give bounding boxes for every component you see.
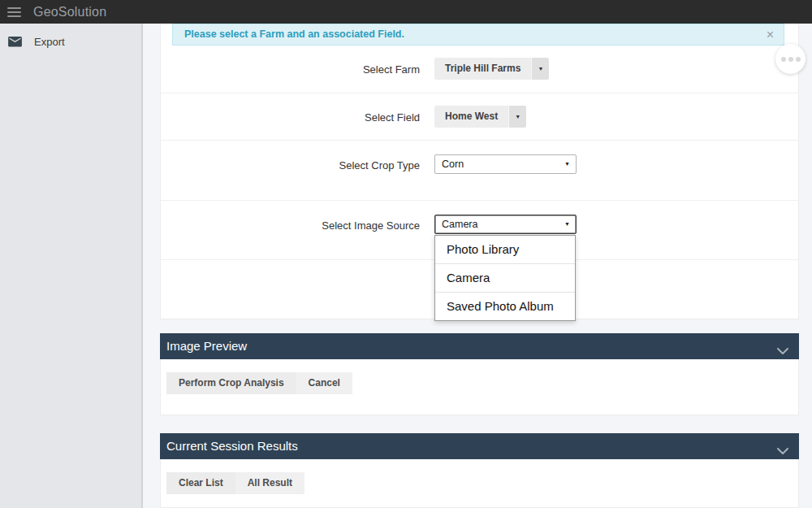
select-farm-label: Select Farm bbox=[160, 63, 420, 76]
cancel-button[interactable]: Cancel bbox=[296, 372, 352, 394]
option-saved-photo-album[interactable]: Saved Photo Album bbox=[435, 292, 575, 320]
image-source-caret-icon: ▼ bbox=[564, 215, 570, 233]
hamburger-menu-icon[interactable] bbox=[7, 7, 21, 17]
sidebar-item-export-label: Export bbox=[34, 36, 65, 48]
field-caret-icon[interactable]: ▼ bbox=[508, 106, 526, 128]
more-options-button[interactable] bbox=[775, 44, 806, 74]
farm-dropdown-button[interactable]: Triple Hill Farms ▼ bbox=[434, 58, 549, 80]
info-alert: Please select a Farm and an associated F… bbox=[172, 24, 784, 46]
alert-close-icon[interactable]: × bbox=[767, 24, 774, 45]
sidebar: Export bbox=[0, 24, 143, 508]
perform-crop-analysis-button[interactable]: Perform Crop Analysis bbox=[166, 372, 296, 394]
sidebar-item-export[interactable]: Export bbox=[0, 24, 141, 53]
field-dropdown-button[interactable]: Home West ▼ bbox=[434, 106, 526, 128]
app-title: GeoSolution bbox=[33, 5, 106, 20]
farm-dropdown-value: Triple Hill Farms bbox=[434, 58, 531, 80]
session-results-title: Current Session Results bbox=[166, 433, 298, 459]
all-result-button[interactable]: All Result bbox=[235, 472, 304, 494]
ellipsis-icon bbox=[781, 57, 786, 62]
select-image-source-label: Select Image Source bbox=[160, 219, 420, 232]
option-photo-library[interactable]: Photo Library bbox=[435, 236, 575, 263]
option-camera[interactable]: Camera bbox=[435, 263, 575, 292]
image-source-options-menu: Photo Library Camera Saved Photo Album bbox=[434, 235, 576, 321]
farm-caret-icon[interactable]: ▼ bbox=[531, 58, 549, 80]
session-results-section-header[interactable]: Current Session Results bbox=[160, 433, 799, 459]
chevron-down-icon[interactable] bbox=[777, 443, 788, 458]
image-preview-section-header[interactable]: Image Preview bbox=[160, 333, 799, 359]
image-source-select-value: Camera bbox=[442, 215, 477, 233]
crop-type-caret-icon: ▼ bbox=[564, 155, 570, 173]
field-dropdown-value: Home West bbox=[434, 106, 508, 128]
row-divider bbox=[160, 140, 799, 141]
image-preview-title: Image Preview bbox=[166, 333, 247, 359]
image-source-select[interactable]: Camera ▼ bbox=[434, 215, 577, 234]
envelope-icon bbox=[8, 37, 22, 48]
chevron-down-icon[interactable] bbox=[777, 343, 788, 358]
info-alert-message: Please select a Farm and an associated F… bbox=[184, 24, 404, 45]
crop-type-select-value: Corn bbox=[442, 155, 464, 173]
clear-list-button[interactable]: Clear List bbox=[166, 472, 235, 494]
row-divider bbox=[160, 93, 799, 93]
select-field-label: Select Field bbox=[160, 111, 420, 124]
crop-type-select[interactable]: Corn ▼ bbox=[434, 154, 577, 174]
select-crop-type-label: Select Crop Type bbox=[160, 159, 420, 172]
top-app-bar: GeoSolution bbox=[0, 0, 812, 24]
row-divider bbox=[160, 200, 799, 201]
